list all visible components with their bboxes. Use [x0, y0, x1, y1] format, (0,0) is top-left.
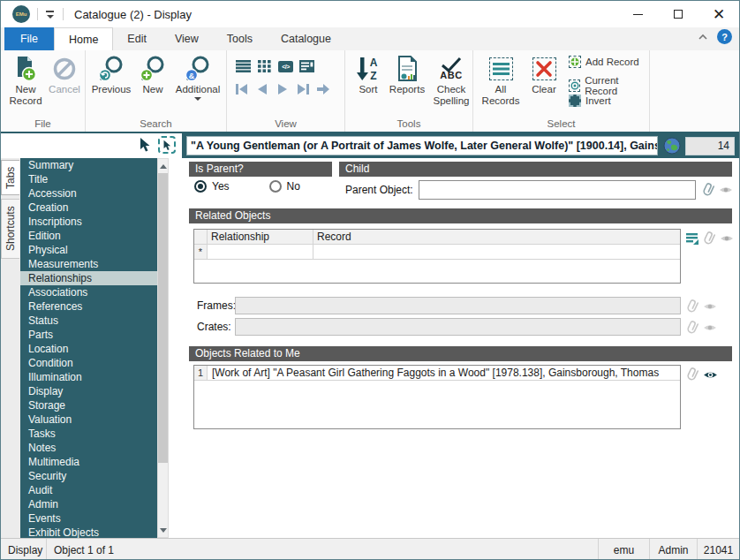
objects-related-table[interactable]: 1 [Work of Art] "A Peasant Girl Gatherin… [193, 365, 681, 429]
globe-icon[interactable] [663, 137, 681, 155]
column-record[interactable]: Record [313, 230, 680, 244]
objects-related-view-icon[interactable] [703, 369, 718, 381]
sidebar-item-condition[interactable]: Condition [20, 356, 157, 370]
parent-object-input[interactable] [419, 180, 696, 200]
related-objects-view-icon[interactable] [720, 233, 734, 244]
sidebar-item-associations[interactable]: Associations [20, 285, 157, 299]
first-record-icon[interactable] [234, 82, 249, 96]
record-count-field[interactable]: 14 [685, 137, 735, 155]
sidebar-item-relationships[interactable]: Relationships [20, 271, 157, 285]
titlebar: EMu Catalogue (2) - Display ✕ [1, 1, 739, 27]
last-record-icon[interactable] [295, 82, 310, 96]
view-attachment-icon[interactable] [719, 185, 733, 195]
invert-selection-button[interactable]: Invert [569, 95, 611, 107]
svg-text:Z: Z [370, 70, 376, 82]
sidebar-item-security[interactable]: Security [20, 469, 157, 483]
maximize-button[interactable] [658, 1, 698, 27]
next-record-icon[interactable] [275, 82, 290, 96]
sidebar-item-location[interactable]: Location [20, 342, 157, 356]
is-parent-no-radio[interactable]: No [269, 180, 300, 193]
minimize-button[interactable] [617, 1, 658, 27]
invert-selection-label: Invert [585, 95, 611, 106]
tab-file[interactable]: File [4, 27, 54, 50]
strip-tab-shortcuts[interactable]: Shortcuts [1, 199, 19, 259]
current-record-select-label: Current Record [585, 75, 649, 96]
quick-access-dropdown-icon[interactable] [45, 9, 56, 19]
record-title-field[interactable]: "A Young Gentleman (or A Portrait of Jam… [186, 136, 658, 155]
reports-button[interactable]: Reports [386, 54, 428, 95]
sidebar-item-creation[interactable]: Creation [20, 201, 157, 215]
current-record-select-button[interactable]: Current Record [569, 75, 649, 96]
new-record-button[interactable]: New Record [6, 54, 45, 107]
previous-record-icon[interactable] [254, 82, 269, 96]
related-objects-table[interactable]: Relationship Record * [193, 229, 681, 284]
previous-search-label: Previous [92, 84, 132, 95]
tab-tools[interactable]: Tools [213, 27, 267, 50]
sidebar-item-edition[interactable]: Edition [20, 229, 157, 243]
sidebar-item-storage[interactable]: Storage [20, 398, 157, 412]
add-record-select-icon [569, 56, 581, 68]
sort-button[interactable]: A Z Sort [352, 54, 384, 95]
ribbon-group-search: Previous New [86, 50, 227, 132]
additional-search-button[interactable]: & Additional [172, 54, 223, 101]
select-region-cursor-icon[interactable] [158, 136, 176, 154]
cancel-button[interactable]: Cancel [47, 54, 82, 95]
sidebar-item-inscriptions[interactable]: Inscriptions [20, 215, 157, 229]
sidebar-scrollbar[interactable] [157, 158, 169, 538]
new-search-button[interactable]: New [137, 54, 169, 95]
code-view-icon[interactable]: </> [278, 59, 293, 73]
scrollbar-up-icon[interactable] [158, 160, 168, 172]
sidebar-item-notes[interactable]: Notes [20, 441, 157, 455]
check-spelling-button[interactable]: ABC Check Spelling [430, 54, 472, 107]
sidebar-item-valuation[interactable]: Valuation [20, 412, 157, 427]
previous-search-button[interactable]: Previous [89, 54, 133, 95]
is-parent-yes-radio[interactable]: Yes [194, 180, 230, 193]
window-controls: ✕ [617, 1, 739, 27]
close-button[interactable]: ✕ [698, 1, 739, 27]
form-view-icon[interactable] [299, 59, 314, 73]
reports-label: Reports [389, 84, 425, 95]
sidebar-item-title[interactable]: Title [20, 172, 157, 186]
sidebar-item-measurements[interactable]: Measurements [20, 257, 157, 271]
sidebar-item-physical[interactable]: Physical [20, 243, 157, 257]
all-records-button[interactable]: All Records [478, 54, 524, 107]
sidebar-item-display[interactable]: Display [20, 384, 157, 398]
add-record-select-button[interactable]: Add Record [569, 56, 639, 68]
objects-related-attach-icon[interactable] [683, 364, 703, 384]
sidebar-item-illumination[interactable]: Illumination [20, 370, 157, 384]
scrollbar-down-icon[interactable] [158, 524, 168, 536]
tab-home[interactable]: Home [54, 27, 113, 50]
sidebar-item-exhibit-objects[interactable]: Exhibit Objects [20, 526, 157, 538]
related-objects-options-icon[interactable] [685, 232, 699, 246]
clear-selection-button[interactable]: Clear [526, 54, 562, 95]
sidebar-item-references[interactable]: References [20, 299, 157, 314]
tab-view[interactable]: View [161, 27, 213, 50]
sidebar-item-audit[interactable]: Audit [20, 483, 157, 497]
strip-tab-tabs[interactable]: Tabs [1, 160, 19, 195]
sidebar-item-admin[interactable]: Admin [20, 497, 157, 511]
grid-view-icon[interactable] [257, 59, 272, 73]
sidebar-item-tasks[interactable]: Tasks [20, 427, 157, 441]
list-view-icon[interactable] [236, 59, 251, 73]
collapse-ribbon-icon[interactable] [698, 32, 708, 42]
sidebar-item-parts[interactable]: Parts [20, 328, 157, 342]
related-objects-new-row[interactable]: * [194, 245, 680, 260]
related-objects-attach-icon[interactable] [699, 228, 720, 248]
tab-edit[interactable]: Edit [113, 27, 161, 50]
radio-on-icon [194, 180, 207, 193]
select-cursor-icon[interactable] [139, 137, 152, 153]
attach-icon[interactable] [698, 179, 719, 200]
sidebar-item-events[interactable]: Events [20, 511, 157, 526]
cancel-label: Cancel [49, 84, 80, 95]
column-relationship[interactable]: Relationship [208, 230, 313, 244]
sidebar-item-multimedia[interactable]: Multimedia [20, 455, 157, 469]
objects-related-row-1[interactable]: 1 [Work of Art] "A Peasant Girl Gatherin… [194, 366, 680, 381]
tab-catalogue[interactable]: Catalogue [267, 27, 345, 50]
sidebar-item-status[interactable]: Status [20, 314, 157, 328]
sidebar-item-accession[interactable]: Accession [20, 186, 157, 201]
goto-record-icon[interactable] [315, 82, 330, 96]
help-icon[interactable]: ? [717, 29, 732, 44]
scrollbar-thumb[interactable] [158, 173, 168, 463]
clear-selection-label: Clear [532, 84, 555, 95]
sidebar-item-summary[interactable]: Summary [20, 158, 157, 172]
